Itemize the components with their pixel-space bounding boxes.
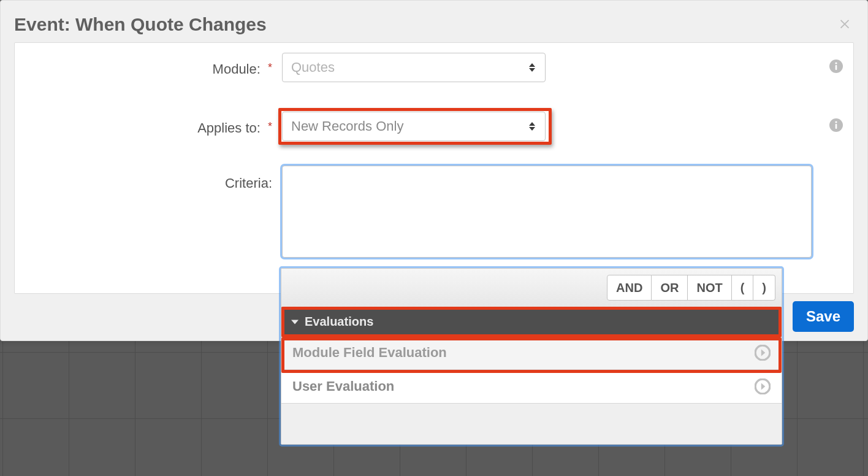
svg-rect-1 xyxy=(836,65,837,70)
modal-title: Event: When Quote Changes xyxy=(14,14,267,35)
applies-to-label: Applies to: * xyxy=(58,120,272,136)
required-asterisk: * xyxy=(264,61,272,74)
module-label: Module: * xyxy=(58,61,272,77)
close-icon[interactable] xyxy=(836,14,854,33)
token-not-button[interactable]: NOT xyxy=(688,275,731,301)
arrow-right-icon xyxy=(755,345,771,361)
module-select[interactable]: Quotes xyxy=(282,53,546,82)
select-spinner-icon xyxy=(528,120,536,133)
criteria-label-text: Criteria: xyxy=(225,175,272,191)
evaluations-header-label: Evaluations xyxy=(305,315,373,329)
criteria-input[interactable] xyxy=(282,166,812,258)
caret-down-icon xyxy=(291,318,299,326)
token-or-button[interactable]: OR xyxy=(652,275,688,301)
arrow-right-icon xyxy=(755,378,771,394)
module-field-evaluation-row[interactable]: Module Field Evaluation xyxy=(281,336,782,370)
applies-to-select[interactable]: New Records Only xyxy=(282,112,546,141)
svg-rect-4 xyxy=(836,124,837,129)
criteria-label: Criteria: xyxy=(58,175,272,191)
token-rparen-button[interactable]: ) xyxy=(753,275,775,301)
form-panel: Module: * Quotes Applies to: * New Recor… xyxy=(14,42,854,294)
svg-point-5 xyxy=(835,121,837,123)
user-evaluation-row[interactable]: User Evaluation xyxy=(281,370,782,404)
required-asterisk: * xyxy=(264,120,272,132)
dropdown-footer xyxy=(281,404,782,444)
evaluations-header[interactable]: Evaluations xyxy=(281,307,782,336)
token-toolbar: AND OR NOT ( ) xyxy=(281,269,782,307)
token-and-button[interactable]: AND xyxy=(607,275,652,301)
select-spinner-icon xyxy=(528,61,536,74)
module-label-text: Module: xyxy=(213,61,261,77)
info-icon[interactable] xyxy=(829,59,843,74)
module-select-value: Quotes xyxy=(291,60,335,75)
user-evaluation-label: User Evaluation xyxy=(292,378,394,394)
token-lparen-button[interactable]: ( xyxy=(732,275,754,301)
applies-to-label-text: Applies to: xyxy=(197,120,261,136)
svg-point-2 xyxy=(835,62,837,64)
module-field-evaluation-label: Module Field Evaluation xyxy=(292,345,447,361)
save-button[interactable]: Save xyxy=(793,301,854,332)
criteria-dropdown: AND OR NOT ( ) Evaluations Module Field … xyxy=(281,268,782,445)
info-icon[interactable] xyxy=(829,118,843,132)
applies-to-select-value: New Records Only xyxy=(291,118,403,134)
